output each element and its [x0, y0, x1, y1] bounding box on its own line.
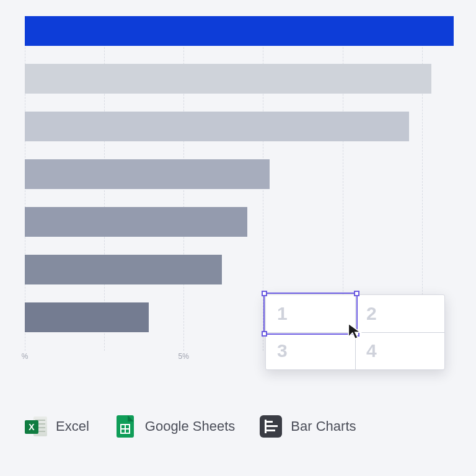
legend-row: X Excel Google Sheets Bar Charts — [25, 415, 356, 438]
excel-icon: X — [25, 415, 47, 438]
bar-chart-icon — [260, 415, 282, 438]
x-tick-label: 5% — [178, 352, 189, 361]
selection-panel[interactable]: 1 2 3 4 — [265, 294, 445, 370]
sel-cell-2[interactable]: 2 — [355, 295, 444, 332]
sel-divider-horizontal — [266, 332, 444, 333]
bar-4 — [25, 159, 270, 189]
legend-sheets[interactable]: Google Sheets — [114, 415, 236, 438]
sel-cell-3[interactable]: 3 — [266, 332, 355, 369]
legend-sheets-label: Google Sheets — [145, 418, 236, 434]
legend-excel[interactable]: X Excel — [25, 415, 89, 438]
sel-cell-4[interactable]: 4 — [355, 332, 444, 369]
bar-6 — [25, 255, 222, 284]
bar-5 — [25, 207, 247, 237]
legend-excel-label: Excel — [56, 418, 89, 434]
bar-3 — [25, 112, 409, 141]
bar-2 — [25, 64, 431, 94]
bar-1 — [25, 16, 454, 46]
x-tick-label: % — [22, 352, 29, 361]
legend-barcharts-label: Bar Charts — [291, 418, 356, 434]
legend-barcharts[interactable]: Bar Charts — [260, 415, 356, 438]
sel-cell-1[interactable]: 1 — [266, 295, 355, 332]
google-sheets-icon — [114, 415, 136, 438]
bar-7 — [25, 302, 149, 332]
